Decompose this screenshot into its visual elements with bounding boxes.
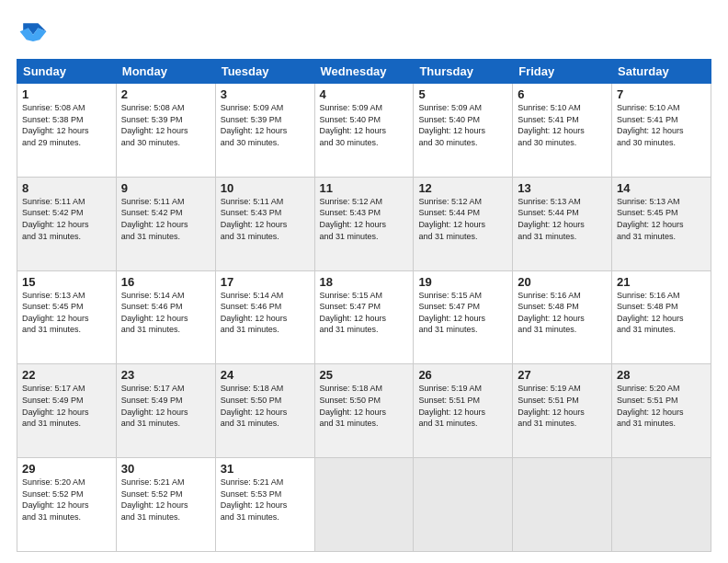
- calendar-cell: 27Sunrise: 5:19 AM Sunset: 5:51 PM Dayli…: [513, 364, 612, 458]
- day-number: 29: [22, 462, 111, 476]
- day-info: Sunrise: 5:19 AM Sunset: 5:51 PM Dayligh…: [518, 383, 607, 429]
- day-number: 16: [121, 275, 210, 289]
- day-header-tuesday: Tuesday: [215, 60, 314, 84]
- calendar-cell: 4Sunrise: 5:09 AM Sunset: 5:40 PM Daylig…: [314, 84, 414, 178]
- calendar-cell: 9Sunrise: 5:11 AM Sunset: 5:42 PM Daylig…: [116, 177, 215, 270]
- day-number: 5: [418, 87, 507, 101]
- calendar-cell: 21Sunrise: 5:16 AM Sunset: 5:48 PM Dayli…: [612, 270, 711, 364]
- calendar-cell: 22Sunrise: 5:17 AM Sunset: 5:49 PM Dayli…: [17, 364, 117, 458]
- day-info: Sunrise: 5:11 AM Sunset: 5:42 PM Dayligh…: [22, 196, 111, 242]
- day-number: 25: [320, 368, 409, 382]
- calendar-cell: 5Sunrise: 5:09 AM Sunset: 5:40 PM Daylig…: [414, 84, 513, 178]
- day-number: 30: [121, 462, 210, 476]
- day-number: 9: [121, 181, 210, 195]
- day-number: 3: [221, 87, 310, 101]
- day-info: Sunrise: 5:20 AM Sunset: 5:52 PM Dayligh…: [22, 477, 111, 523]
- calendar-cell: 20Sunrise: 5:16 AM Sunset: 5:48 PM Dayli…: [513, 270, 612, 364]
- day-number: 27: [518, 368, 607, 382]
- day-info: Sunrise: 5:16 AM Sunset: 5:48 PM Dayligh…: [518, 290, 607, 336]
- calendar-table: SundayMondayTuesdayWednesdayThursdayFrid…: [17, 59, 711, 552]
- day-info: Sunrise: 5:21 AM Sunset: 5:53 PM Dayligh…: [221, 477, 310, 523]
- day-info: Sunrise: 5:14 AM Sunset: 5:46 PM Dayligh…: [221, 290, 310, 336]
- day-info: Sunrise: 5:12 AM Sunset: 5:44 PM Dayligh…: [418, 196, 507, 242]
- day-number: 31: [221, 462, 310, 476]
- calendar-cell: 2Sunrise: 5:08 AM Sunset: 5:39 PM Daylig…: [116, 84, 215, 178]
- calendar-row-1: 1Sunrise: 5:08 AM Sunset: 5:38 PM Daylig…: [17, 84, 711, 178]
- day-info: Sunrise: 5:17 AM Sunset: 5:49 PM Dayligh…: [22, 383, 111, 429]
- day-number: 10: [221, 181, 310, 195]
- day-number: 26: [418, 368, 507, 382]
- calendar-cell: [414, 458, 513, 552]
- calendar-cell: 19Sunrise: 5:15 AM Sunset: 5:47 PM Dayli…: [414, 270, 513, 364]
- day-info: Sunrise: 5:19 AM Sunset: 5:51 PM Dayligh…: [418, 383, 507, 429]
- day-header-sunday: Sunday: [17, 60, 117, 84]
- day-number: 17: [221, 275, 310, 289]
- day-number: 12: [418, 181, 507, 195]
- day-info: Sunrise: 5:08 AM Sunset: 5:38 PM Dayligh…: [22, 102, 111, 148]
- calendar-cell: 16Sunrise: 5:14 AM Sunset: 5:46 PM Dayli…: [116, 270, 215, 364]
- calendar-cell: 25Sunrise: 5:18 AM Sunset: 5:50 PM Dayli…: [314, 364, 414, 458]
- day-number: 2: [121, 87, 210, 101]
- day-header-wednesday: Wednesday: [314, 60, 414, 84]
- day-number: 8: [22, 181, 111, 195]
- calendar-cell: 3Sunrise: 5:09 AM Sunset: 5:39 PM Daylig…: [215, 84, 314, 178]
- day-number: 18: [320, 275, 409, 289]
- page: SundayMondayTuesdayWednesdayThursdayFrid…: [0, 0, 728, 563]
- day-info: Sunrise: 5:12 AM Sunset: 5:43 PM Dayligh…: [320, 196, 409, 242]
- day-info: Sunrise: 5:10 AM Sunset: 5:41 PM Dayligh…: [617, 102, 706, 148]
- calendar-row-2: 8Sunrise: 5:11 AM Sunset: 5:42 PM Daylig…: [17, 177, 711, 270]
- calendar-cell: [612, 458, 711, 552]
- day-header-saturday: Saturday: [612, 60, 711, 84]
- day-info: Sunrise: 5:14 AM Sunset: 5:46 PM Dayligh…: [121, 290, 210, 336]
- day-info: Sunrise: 5:09 AM Sunset: 5:40 PM Dayligh…: [418, 102, 507, 148]
- day-info: Sunrise: 5:09 AM Sunset: 5:40 PM Dayligh…: [320, 102, 409, 148]
- day-number: 22: [22, 368, 111, 382]
- day-info: Sunrise: 5:17 AM Sunset: 5:49 PM Dayligh…: [121, 383, 210, 429]
- day-info: Sunrise: 5:13 AM Sunset: 5:44 PM Dayligh…: [518, 196, 607, 242]
- calendar-cell: 29Sunrise: 5:20 AM Sunset: 5:52 PM Dayli…: [17, 458, 117, 552]
- day-header-monday: Monday: [116, 60, 215, 84]
- calendar-row-4: 22Sunrise: 5:17 AM Sunset: 5:49 PM Dayli…: [17, 364, 711, 458]
- calendar-cell: 13Sunrise: 5:13 AM Sunset: 5:44 PM Dayli…: [513, 177, 612, 270]
- day-number: 24: [221, 368, 310, 382]
- day-info: Sunrise: 5:15 AM Sunset: 5:47 PM Dayligh…: [418, 290, 507, 336]
- day-info: Sunrise: 5:21 AM Sunset: 5:52 PM Dayligh…: [121, 477, 210, 523]
- day-number: 1: [22, 87, 111, 101]
- logo: [17, 17, 55, 50]
- day-info: Sunrise: 5:15 AM Sunset: 5:47 PM Dayligh…: [320, 290, 409, 336]
- calendar-header-row: SundayMondayTuesdayWednesdayThursdayFrid…: [17, 60, 711, 84]
- calendar-cell: 7Sunrise: 5:10 AM Sunset: 5:41 PM Daylig…: [612, 84, 711, 178]
- day-number: 14: [617, 181, 706, 195]
- calendar-row-5: 29Sunrise: 5:20 AM Sunset: 5:52 PM Dayli…: [17, 458, 711, 552]
- day-header-thursday: Thursday: [414, 60, 513, 84]
- day-number: 15: [22, 275, 111, 289]
- calendar-cell: 11Sunrise: 5:12 AM Sunset: 5:43 PM Dayli…: [314, 177, 414, 270]
- calendar-cell: 18Sunrise: 5:15 AM Sunset: 5:47 PM Dayli…: [314, 270, 414, 364]
- calendar-cell: 1Sunrise: 5:08 AM Sunset: 5:38 PM Daylig…: [17, 84, 117, 178]
- day-number: 4: [320, 87, 409, 101]
- day-info: Sunrise: 5:11 AM Sunset: 5:43 PM Dayligh…: [221, 196, 310, 242]
- calendar-cell: 24Sunrise: 5:18 AM Sunset: 5:50 PM Dayli…: [215, 364, 314, 458]
- day-number: 7: [617, 87, 706, 101]
- calendar-cell: 6Sunrise: 5:10 AM Sunset: 5:41 PM Daylig…: [513, 84, 612, 178]
- day-number: 19: [418, 275, 507, 289]
- day-number: 20: [518, 275, 607, 289]
- day-info: Sunrise: 5:20 AM Sunset: 5:51 PM Dayligh…: [617, 383, 706, 429]
- calendar-cell: 31Sunrise: 5:21 AM Sunset: 5:53 PM Dayli…: [215, 458, 314, 552]
- day-number: 21: [617, 275, 706, 289]
- day-info: Sunrise: 5:10 AM Sunset: 5:41 PM Dayligh…: [518, 102, 607, 148]
- calendar-cell: 15Sunrise: 5:13 AM Sunset: 5:45 PM Dayli…: [17, 270, 117, 364]
- logo-icon: [17, 17, 50, 50]
- day-info: Sunrise: 5:08 AM Sunset: 5:39 PM Dayligh…: [121, 102, 210, 148]
- calendar-cell: 12Sunrise: 5:12 AM Sunset: 5:44 PM Dayli…: [414, 177, 513, 270]
- calendar-cell: [513, 458, 612, 552]
- calendar-cell: 26Sunrise: 5:19 AM Sunset: 5:51 PM Dayli…: [414, 364, 513, 458]
- day-number: 23: [121, 368, 210, 382]
- day-number: 13: [518, 181, 607, 195]
- day-header-friday: Friday: [513, 60, 612, 84]
- calendar-cell: 17Sunrise: 5:14 AM Sunset: 5:46 PM Dayli…: [215, 270, 314, 364]
- calendar-cell: 23Sunrise: 5:17 AM Sunset: 5:49 PM Dayli…: [116, 364, 215, 458]
- calendar-cell: 28Sunrise: 5:20 AM Sunset: 5:51 PM Dayli…: [612, 364, 711, 458]
- calendar-cell: 8Sunrise: 5:11 AM Sunset: 5:42 PM Daylig…: [17, 177, 117, 270]
- day-info: Sunrise: 5:11 AM Sunset: 5:42 PM Dayligh…: [121, 196, 210, 242]
